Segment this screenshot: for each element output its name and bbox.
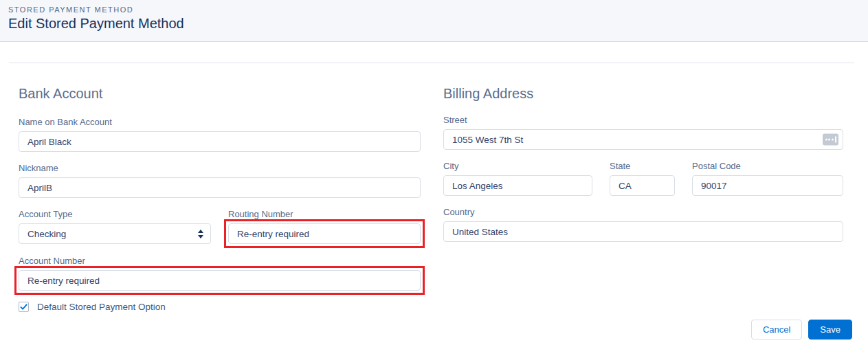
- routing-number-highlight: [224, 219, 425, 248]
- nickname-input[interactable]: [19, 177, 421, 198]
- chevron-down-icon: [198, 235, 203, 238]
- routing-number-field: Routing Number: [228, 209, 421, 244]
- chevron-up-icon: [198, 230, 203, 233]
- page-header: STORED PAYMENT METHOD Edit Stored Paymen…: [0, 0, 868, 42]
- street-field: Street: [443, 115, 843, 150]
- street-label: Street: [443, 115, 843, 125]
- name-on-bank-account-label: Name on Bank Account: [19, 117, 421, 127]
- name-on-bank-account-input[interactable]: [19, 131, 421, 152]
- billing-address-heading: Billing Address: [443, 86, 843, 102]
- stepper-arrows-icon: [198, 230, 203, 238]
- default-payment-option-checkbox[interactable]: [19, 302, 29, 312]
- city-label: City: [443, 161, 592, 171]
- nickname-label: Nickname: [19, 163, 421, 173]
- object-type-eyebrow: STORED PAYMENT METHOD: [8, 4, 868, 14]
- name-on-bank-account-field: Name on Bank Account: [19, 117, 421, 152]
- billing-address-section: Billing Address Street City State: [443, 63, 843, 312]
- account-number-highlight: [14, 266, 425, 295]
- edit-form: Bank Account Name on Bank Account Nickna…: [0, 63, 868, 312]
- account-type-select[interactable]: Checking: [19, 223, 211, 244]
- routing-number-label: Routing Number: [228, 209, 421, 219]
- account-type-field: Account Type Checking: [19, 209, 211, 244]
- routing-number-input[interactable]: [228, 223, 421, 244]
- account-number-input[interactable]: [19, 270, 421, 291]
- postal-code-input[interactable]: [692, 175, 843, 196]
- country-label: Country: [443, 207, 843, 217]
- postal-code-field: Postal Code: [692, 161, 843, 196]
- textarea-resize-icon[interactable]: [823, 134, 838, 146]
- page-title: Edit Stored Payment Method: [8, 16, 868, 32]
- state-label: State: [610, 161, 675, 171]
- street-input[interactable]: [443, 129, 843, 150]
- checkmark-icon: [20, 303, 27, 311]
- account-type-label: Account Type: [19, 209, 211, 219]
- country-field: Country: [443, 207, 843, 242]
- form-actions: Cancel Save: [751, 320, 852, 340]
- state-field: State: [610, 161, 675, 196]
- country-input[interactable]: [443, 221, 843, 242]
- nickname-field: Nickname: [19, 163, 421, 198]
- city-input[interactable]: [443, 175, 592, 196]
- account-type-value: Checking: [27, 229, 66, 239]
- state-input[interactable]: [610, 175, 675, 196]
- default-payment-option-row: Default Stored Payment Option: [19, 302, 421, 312]
- default-payment-option-label: Default Stored Payment Option: [37, 302, 166, 312]
- city-field: City: [443, 161, 592, 196]
- save-button[interactable]: Save: [808, 320, 852, 340]
- account-number-field: Account Number: [19, 256, 421, 295]
- bank-account-heading: Bank Account: [19, 86, 421, 102]
- postal-code-label: Postal Code: [692, 161, 843, 171]
- account-number-label: Account Number: [19, 256, 421, 266]
- bank-account-section: Bank Account Name on Bank Account Nickna…: [19, 63, 421, 312]
- cancel-button[interactable]: Cancel: [751, 320, 802, 340]
